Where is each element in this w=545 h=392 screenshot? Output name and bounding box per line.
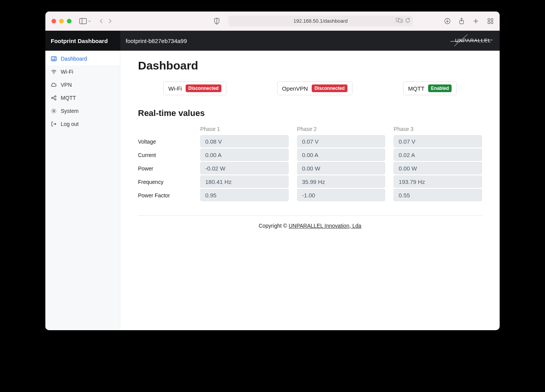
gear-icon	[51, 108, 57, 114]
status-mqtt[interactable]: MQTTEnabled	[403, 81, 457, 95]
toggle-sidebar-button[interactable]	[79, 18, 87, 24]
status-badge: Enabled	[428, 84, 452, 92]
row-label: Current	[138, 149, 192, 162]
wifi-icon	[51, 69, 57, 75]
svg-rect-16	[491, 22, 493, 23]
window-controls	[52, 19, 71, 23]
sidebar-item-mqtt[interactable]: MQTT	[45, 91, 120, 104]
svg-point-24	[53, 73, 54, 74]
page-title: Dashboard	[138, 59, 482, 72]
value-cell: 0.07 V	[297, 135, 385, 147]
svg-rect-22	[54, 58, 56, 58]
privacy-report-button[interactable]	[214, 18, 220, 25]
downloads-button[interactable]	[444, 18, 450, 24]
main-content: Dashboard Wi-FiDisconnectedOpenVPNDiscon…	[120, 51, 500, 330]
svg-rect-14	[491, 18, 493, 20]
address-bar-text: 192.168.50.1/dashboard	[294, 18, 348, 24]
footer-prefix: Copyright ©	[259, 223, 289, 229]
sidebar-item-label: Dashboard	[61, 56, 87, 62]
sidebar-item-system[interactable]: System	[45, 104, 120, 117]
status-badge: Disconnected	[186, 84, 221, 92]
share-icon	[51, 95, 57, 101]
logout-icon	[51, 121, 57, 127]
sidebar-item-log-out[interactable]: Log out	[45, 117, 120, 131]
address-bar[interactable]: 192.168.50.1/dashboard A文	[228, 16, 413, 26]
svg-rect-13	[488, 18, 490, 20]
browser-toolbar: 192.168.50.1/dashboard A文	[45, 12, 500, 31]
value-cell: 0.55	[394, 189, 482, 201]
column-header: Phase 3	[394, 126, 482, 135]
svg-text:UNPARALLEL: UNPARALLEL	[455, 38, 491, 43]
value-cell: -1.00	[297, 189, 385, 201]
tab-group-menu-button[interactable]	[88, 19, 91, 23]
sidebar-item-label: VPN	[61, 82, 72, 88]
cloud-icon	[51, 82, 57, 88]
svg-rect-23	[52, 60, 56, 60]
svg-line-29	[53, 98, 55, 99]
value-cell: 0.00 W	[394, 162, 482, 174]
sidebar-item-vpn[interactable]: VPN	[45, 78, 120, 91]
tab-overview-button[interactable]	[487, 18, 493, 24]
reload-button[interactable]	[405, 18, 410, 24]
sidebar-item-label: System	[61, 108, 79, 114]
value-cell: 0.00 W	[297, 162, 385, 174]
status-name: OpenVPN	[282, 85, 308, 92]
value-cell: 180.41 Hz	[200, 175, 289, 188]
gauge-icon	[51, 56, 57, 62]
sidebar-item-dashboard[interactable]: Dashboard	[45, 52, 120, 65]
sidebar-item-wi-fi[interactable]: Wi-Fi	[45, 65, 120, 78]
realtime-values-table: Phase 1Phase 2Phase 3Voltage0.08 V0.07 V…	[138, 126, 482, 202]
svg-rect-20	[52, 57, 56, 61]
svg-point-30	[53, 110, 55, 112]
status-name: MQTT	[408, 85, 425, 92]
svg-point-21	[52, 58, 53, 58]
vendor-logo: UNPARALLEL	[450, 33, 500, 48]
sidebar: DashboardWi-FiVPNMQTTSystemLog out	[45, 51, 120, 330]
new-tab-button[interactable]	[473, 18, 479, 24]
value-cell: 0.08 V	[200, 135, 289, 147]
value-cell: 0.95	[200, 189, 289, 201]
svg-point-27	[55, 99, 56, 100]
svg-text:A: A	[397, 19, 399, 22]
row-label: Power	[138, 162, 192, 175]
back-button[interactable]	[99, 18, 104, 24]
status-row: Wi-FiDisconnectedOpenVPNDisconnectedMQTT…	[138, 81, 482, 95]
status-wi-fi[interactable]: Wi-FiDisconnected	[163, 81, 226, 95]
close-window-button[interactable]	[52, 19, 56, 23]
value-cell: 0.00 A	[297, 149, 385, 161]
svg-point-26	[55, 96, 56, 97]
footer: Copyright © UNPARALLEL Innovation, Lda	[138, 215, 482, 229]
forward-button[interactable]	[108, 18, 112, 24]
row-label: Frequency	[138, 175, 192, 189]
brand-title: Footprint Dashboard	[45, 31, 120, 51]
browser-window: 192.168.50.1/dashboard A文	[45, 12, 500, 330]
value-cell: 0.00 A	[200, 149, 289, 161]
column-header: Phase 1	[200, 126, 289, 135]
status-name: Wi-Fi	[168, 85, 182, 92]
status-openvpn[interactable]: OpenVPNDisconnected	[277, 81, 352, 95]
zoom-window-button[interactable]	[67, 19, 71, 23]
share-button[interactable]	[459, 18, 464, 25]
section-title: Real-time values	[138, 108, 482, 118]
row-label: Voltage	[138, 135, 192, 148]
app-header: Footprint Dashboard footprint-b827eb734a…	[45, 31, 500, 51]
value-cell: 0.02 A	[394, 149, 482, 161]
svg-rect-15	[488, 22, 490, 23]
svg-point-25	[52, 97, 53, 99]
sidebar-item-label: Wi-Fi	[61, 69, 73, 75]
value-cell: 0.07 V	[394, 135, 482, 147]
column-header: Phase 2	[297, 126, 385, 135]
svg-line-28	[53, 97, 55, 98]
row-label: Power Factor	[138, 189, 192, 202]
sidebar-item-label: MQTT	[61, 95, 76, 101]
status-badge: Disconnected	[312, 84, 347, 92]
value-cell: 35.99 Hz	[297, 175, 385, 188]
footer-link[interactable]: UNPARALLEL Innovation, Lda	[289, 223, 361, 229]
svg-text:文: 文	[400, 20, 402, 22]
sidebar-item-label: Log out	[61, 121, 79, 127]
device-hostname: footprint-b827eb734a99	[120, 38, 192, 44]
value-cell: 193.79 Hz	[394, 175, 482, 188]
translate-icon[interactable]: A文	[396, 18, 403, 24]
minimize-window-button[interactable]	[59, 19, 64, 23]
svg-rect-0	[80, 18, 86, 24]
